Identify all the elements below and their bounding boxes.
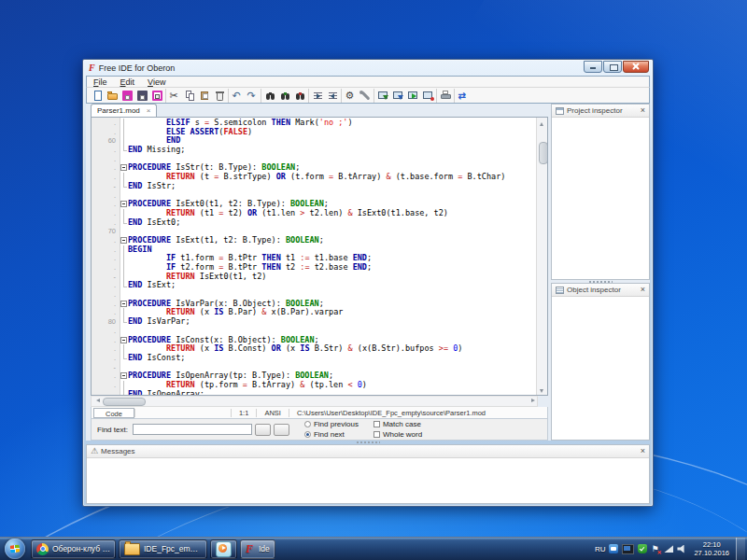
horizontal-scrollbar[interactable] [91,396,538,407]
tray-app-icon[interactable] [609,544,618,553]
code-line[interactable]: .END IsExt; [92,281,536,290]
tab-parser1-mod[interactable]: Parser1.mod × [91,104,157,117]
find-next-button[interactable] [274,424,289,436]
delete-icon [214,90,226,102]
title-bar[interactable]: F Free IDE for Oberon [83,60,653,76]
scroll-right-icon[interactable] [528,397,537,405]
paste-icon [199,90,211,102]
fold-collapse-icon[interactable] [120,236,128,245]
project-inspector-header[interactable]: Project inspector × [552,105,649,118]
language-indicator[interactable]: RU [595,545,606,553]
menu-edit[interactable]: Edit [114,77,142,87]
run-output-button[interactable] [420,89,435,103]
save-all-button[interactable] [134,89,149,103]
inspector-splitter[interactable] [551,280,650,283]
code-line[interactable]: .END IsExt0; [92,218,536,228]
code-line[interactable]: 80END IsVarPar; [92,317,536,327]
undo-button[interactable] [230,89,245,103]
taskbar-item-explorer-folder[interactable]: IDE_Fpc_empty1 [119,539,207,559]
find-next-button[interactable] [277,89,292,103]
start-button[interactable] [5,539,25,559]
messages-close-icon[interactable]: × [641,447,645,455]
tray-flag-icon[interactable] [651,544,660,554]
taskbar-item-media-player[interactable] [210,539,237,559]
build-button[interactable] [390,89,405,103]
project-inspector-body[interactable] [552,118,649,279]
code-line[interactable]: .PROCEDURE IsExt(t1, t2: B.Type): BOOLEA… [92,236,536,245]
unindent-button[interactable] [325,89,340,103]
fold-collapse-icon[interactable] [120,336,128,345]
messages-body[interactable] [87,458,649,503]
fold-collapse-icon[interactable] [120,163,128,173]
close-button[interactable] [623,61,649,73]
vertical-scroll-thumb[interactable] [539,142,548,164]
paste-button[interactable] [197,89,212,103]
redo-button[interactable] [245,89,260,103]
code-editor[interactable]: . ELSIF s = S.semicolon THEN Mark('no ;'… [91,118,548,396]
radio-icon[interactable] [304,421,311,427]
code-line[interactable]: .END IsConst; [92,354,536,363]
run-button[interactable] [405,89,420,103]
code-line[interactable]: .END IsOpenArray; [92,390,536,395]
radio-checked-icon[interactable] [304,431,311,438]
messages-splitter[interactable] [86,441,650,444]
horizontal-scroll-thumb[interactable] [103,398,146,406]
save-button[interactable] [120,89,134,103]
scroll-left-icon[interactable] [92,397,101,405]
tray-network-icon[interactable] [664,545,673,553]
tray-display-icon[interactable] [622,544,634,554]
find-previous-button[interactable] [255,424,271,436]
line-number: . [92,155,120,164]
taskbar-item-chrome[interactable]: Оберон-клуб «В... [31,539,116,559]
maximize-button[interactable] [603,61,622,73]
status-view-tab[interactable]: Code [93,408,134,418]
menu-view[interactable]: View [141,77,172,87]
find-next-radio[interactable]: Find next [304,430,359,439]
whole-word-checkbox[interactable]: Whole word [374,430,422,439]
find-button[interactable] [262,89,277,103]
find-previous-button[interactable] [292,89,307,103]
new-file-button[interactable] [90,89,105,103]
fold-collapse-icon[interactable] [120,300,128,309]
code-line[interactable]: .END Missing; [92,146,536,155]
scroll-down-icon[interactable] [537,385,547,395]
tools-button[interactable] [358,89,373,103]
indent-button[interactable] [310,89,325,103]
menu-file[interactable]: File [87,77,114,87]
vertical-scrollbar[interactable] [536,118,547,395]
checkbox-icon[interactable] [374,431,380,438]
taskbar-clock[interactable]: 22:10 27.10.2016 [694,540,729,557]
object-inspector-close-icon[interactable]: × [641,286,645,294]
toolbar-group [166,89,229,103]
print-button[interactable] [438,89,453,103]
code-area[interactable]: . ELSIF s = S.semicolon THEN Mark('no ;'… [92,118,536,395]
object-inspector-header[interactable]: Object inspector × [552,284,649,297]
minimize-button[interactable] [584,61,602,73]
settings-button[interactable] [343,89,358,103]
show-desktop-button[interactable] [736,538,745,560]
delete-button[interactable] [212,89,227,103]
copy-button[interactable] [182,89,197,103]
messages-header[interactable]: ⚠ Messages × [87,445,649,458]
taskbar-item-free-ide[interactable]: FIde [240,539,275,559]
tray-shield-icon[interactable] [638,544,647,553]
checkbox-icon[interactable] [374,421,380,427]
fold-collapse-icon[interactable] [120,200,128,209]
line-number: . [92,300,120,309]
match-case-checkbox[interactable]: Match case [374,420,422,428]
object-inspector-body[interactable] [552,297,649,440]
find-previous-radio[interactable]: Find previous [304,420,359,428]
code-line[interactable]: -END IsStr; [92,182,536,191]
open-folder-button[interactable] [105,89,120,103]
tray-volume-icon[interactable] [677,545,687,553]
compile-button[interactable] [375,89,390,103]
fold-collapse-icon[interactable] [120,371,128,381]
sync-button[interactable] [456,89,471,103]
tab-close-icon[interactable]: × [147,107,151,115]
scroll-up-icon[interactable] [537,118,547,127]
project-inspector-close-icon[interactable]: × [641,106,645,115]
find-input[interactable] [133,424,252,435]
code-text: END IsConst; [128,354,185,363]
cut-button[interactable] [167,89,182,103]
save-as-button[interactable] [149,89,164,103]
